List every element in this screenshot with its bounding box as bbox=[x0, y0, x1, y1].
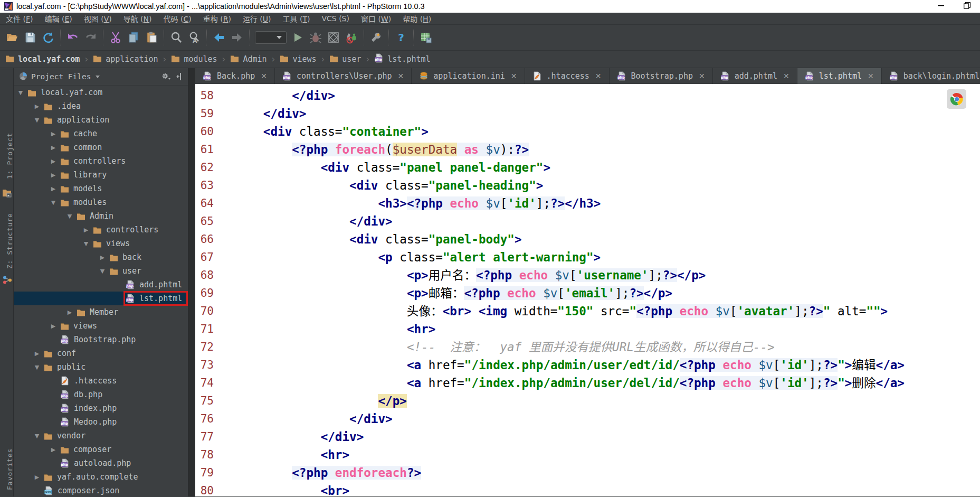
collapsed-arrow-icon[interactable]: ▶ bbox=[50, 323, 56, 330]
tree-item-cache[interactable]: ▶cache bbox=[14, 127, 188, 140]
breadcrumb-item[interactable]: application bbox=[93, 54, 158, 64]
menu-item-t[interactable]: 工具 (T) bbox=[277, 13, 316, 24]
editor-tab-bootstrap-php[interactable]: phpBootstrap.php✕ bbox=[610, 68, 713, 84]
tree-item-back[interactable]: ▶back bbox=[14, 250, 188, 264]
collapsed-arrow-icon[interactable]: ▶ bbox=[50, 446, 56, 453]
restore-button[interactable] bbox=[964, 2, 971, 11]
tree-item-autoload-php[interactable]: phpautoload.php bbox=[14, 456, 188, 470]
tree-item-controllers[interactable]: ▶controllers bbox=[14, 223, 188, 237]
structure-tool-icon[interactable] bbox=[2, 275, 13, 287]
expanded-arrow-icon[interactable]: ▼ bbox=[66, 213, 73, 220]
tree-item--htaccess[interactable]: .htaccess bbox=[14, 374, 188, 388]
tree-item--idea[interactable]: ▶.idea bbox=[14, 99, 188, 113]
tree-item-medoo-php[interactable]: phpMedoo.php bbox=[14, 415, 188, 429]
tree-item-composer[interactable]: ▶composer bbox=[14, 443, 188, 456]
help-icon[interactable]: ? bbox=[392, 29, 410, 46]
menu-item-s[interactable]: VCS (S) bbox=[316, 14, 355, 23]
tree-item-conf[interactable]: ▶conf bbox=[14, 346, 188, 360]
menu-item-u[interactable]: 运行 (U) bbox=[237, 13, 277, 24]
collapsed-arrow-icon[interactable]: ▶ bbox=[99, 254, 106, 261]
tree-item-local-yaf-com[interactable]: ▼local.yaf.com bbox=[14, 86, 188, 99]
tree-item-lst-phtml[interactable]: phplst.phtml bbox=[14, 292, 188, 305]
collapsed-arrow-icon[interactable]: ▶ bbox=[83, 227, 89, 233]
redo-icon[interactable] bbox=[82, 29, 100, 46]
expanded-arrow-icon[interactable]: ▼ bbox=[34, 364, 40, 371]
tab-close-icon[interactable]: ✕ bbox=[595, 72, 602, 80]
export-icon[interactable] bbox=[417, 29, 435, 46]
paste-icon[interactable] bbox=[142, 29, 160, 46]
tree-item-views[interactable]: ▼views bbox=[14, 237, 188, 250]
tab-close-icon[interactable]: ✕ bbox=[699, 72, 705, 80]
project-view-selector[interactable]: Project Files bbox=[31, 72, 91, 81]
tool-window-button-favorites[interactable]: Favorites bbox=[0, 444, 14, 494]
breadcrumb-item[interactable]: Admin bbox=[230, 54, 267, 64]
breadcrumb-item[interactable]: modules bbox=[171, 54, 217, 64]
tool-window-button-zstructure[interactable]: Z: Structure bbox=[0, 210, 14, 272]
expanded-arrow-icon[interactable]: ▼ bbox=[50, 199, 56, 206]
menu-item-f[interactable]: 文件 (F) bbox=[0, 13, 39, 24]
tree-item-library[interactable]: ▶library bbox=[14, 168, 188, 182]
collapsed-arrow-icon[interactable]: ▶ bbox=[50, 185, 56, 192]
tab-close-icon[interactable]: ✕ bbox=[868, 72, 874, 80]
breadcrumb-item[interactable]: views bbox=[280, 54, 316, 64]
tree-item-views[interactable]: ▶views bbox=[14, 319, 188, 333]
tree-item-admin[interactable]: ▼Admin bbox=[14, 209, 188, 223]
editor-tab-back-login-phtml[interactable]: phpback\login.phtml bbox=[882, 68, 980, 84]
editor-tab--htaccess[interactable]: .htaccess✕ bbox=[525, 68, 610, 84]
tree-item-db-php[interactable]: phpdb.php bbox=[14, 388, 188, 401]
project-tool-icon[interactable] bbox=[2, 189, 12, 200]
open-folder-icon[interactable] bbox=[3, 29, 21, 46]
breadcrumb-item[interactable]: user bbox=[329, 54, 361, 64]
menu-item-n[interactable]: 导航 (N) bbox=[118, 13, 158, 24]
tree-item-composer-json[interactable]: JSONcomposer.json bbox=[14, 484, 188, 496]
editor-tab-lst-phtml[interactable]: phplst.phtml✕ bbox=[797, 68, 882, 84]
tree-item-bootstrap-php[interactable]: phpBootstrap.php bbox=[14, 333, 188, 346]
tree-item-common[interactable]: ▶common bbox=[14, 140, 188, 154]
menu-item-r[interactable]: 重构 (R) bbox=[197, 13, 237, 24]
menu-item-v[interactable]: 视图 (V) bbox=[78, 13, 118, 24]
collapsed-arrow-icon[interactable]: ▶ bbox=[34, 350, 40, 357]
editor-body[interactable]: 5859606162636465666768697071727374757677… bbox=[195, 84, 980, 496]
editor-tab-controllers-user-php[interactable]: phpcontrollers\User.php✕ bbox=[275, 68, 412, 84]
find-icon[interactable] bbox=[167, 29, 185, 46]
tree-item-user[interactable]: ▼user bbox=[14, 264, 188, 278]
tab-close-icon[interactable]: ✕ bbox=[511, 72, 517, 80]
tree-item-modules[interactable]: ▼modules bbox=[14, 195, 188, 209]
tree-item-yaf-auto-complete[interactable]: ▶yaf.auto.complete bbox=[14, 470, 188, 484]
menu-item-w[interactable]: 窗口 (W) bbox=[355, 13, 397, 24]
replace-icon[interactable]: A bbox=[185, 29, 203, 46]
collapsed-arrow-icon[interactable]: ▶ bbox=[50, 130, 56, 137]
editor-tab-application-ini[interactable]: application.ini✕ bbox=[412, 68, 525, 84]
tree-item-public[interactable]: ▼public bbox=[14, 360, 188, 374]
expanded-arrow-icon[interactable]: ▼ bbox=[34, 433, 40, 439]
tab-close-icon[interactable]: ✕ bbox=[783, 72, 789, 80]
editor-tab-back-php[interactable]: phpBack.php✕ bbox=[195, 68, 275, 84]
tab-close-icon[interactable]: ✕ bbox=[261, 72, 267, 80]
editor-tab-add-phtml[interactable]: phpadd.phtml✕ bbox=[713, 68, 797, 84]
collapsed-arrow-icon[interactable]: ▶ bbox=[34, 103, 40, 110]
tree-item-controllers[interactable]: ▶controllers bbox=[14, 154, 188, 168]
breadcrumb-item[interactable]: phplst.phtml bbox=[374, 53, 430, 65]
back-icon[interactable] bbox=[210, 29, 228, 46]
debug-icon[interactable] bbox=[307, 29, 325, 46]
tree-item-member[interactable]: ▶Member bbox=[14, 305, 188, 319]
wrench-icon[interactable] bbox=[367, 29, 385, 46]
tab-close-icon[interactable]: ✕ bbox=[398, 72, 404, 80]
menu-item-e[interactable]: 编辑 (E) bbox=[39, 13, 78, 24]
expanded-arrow-icon[interactable]: ▼ bbox=[83, 240, 89, 247]
save-icon[interactable] bbox=[21, 29, 39, 46]
cut-icon[interactable] bbox=[107, 29, 125, 46]
tree-item-models[interactable]: ▶models bbox=[14, 182, 188, 195]
collapsed-arrow-icon[interactable]: ▶ bbox=[34, 474, 40, 481]
panel-splitter[interactable] bbox=[188, 68, 195, 496]
collapsed-arrow-icon[interactable]: ▶ bbox=[50, 172, 56, 179]
collapsed-arrow-icon[interactable]: ▶ bbox=[66, 309, 73, 316]
collapse-all-button[interactable] bbox=[176, 72, 185, 81]
tool-window-button-project[interactable]: 1: Project bbox=[0, 130, 14, 181]
collapsed-arrow-icon[interactable]: ▶ bbox=[50, 144, 56, 151]
panel-settings-button[interactable] bbox=[161, 72, 171, 81]
stop-listen-icon[interactable] bbox=[342, 29, 360, 46]
run-icon[interactable] bbox=[289, 29, 307, 46]
expanded-arrow-icon[interactable]: ▼ bbox=[99, 268, 106, 275]
expanded-arrow-icon[interactable]: ▼ bbox=[17, 89, 24, 96]
